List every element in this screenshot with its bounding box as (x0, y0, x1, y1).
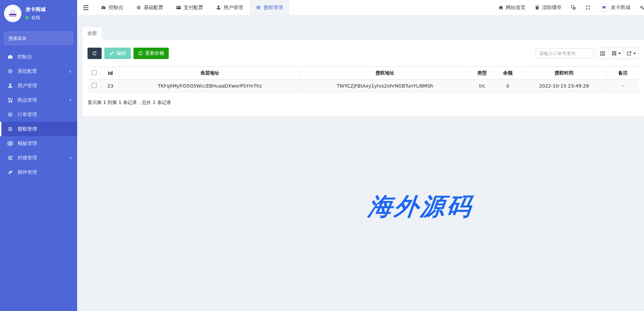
sidebar-item-label: 插件管理 (17, 169, 37, 175)
account-menu[interactable]: 发卡商城 (595, 0, 635, 15)
topnav-tab-label: 控制台 (109, 4, 123, 11)
col-header-auth-time: 授权时间 (521, 67, 607, 80)
site-home-label: 网站首页 (506, 4, 525, 11)
sidebar-item-system-config[interactable]: 系统配置 (0, 64, 77, 79)
user-icon (216, 5, 221, 10)
topnav-tab-authorization[interactable]: 授权管理 (250, 0, 289, 15)
user-info: 发卡商城 在线 (25, 6, 46, 21)
topnav-tab-base-config[interactable]: 基础配置 (130, 0, 170, 15)
sidebar-item-dashboard[interactable]: 控制台 (0, 50, 77, 64)
topnav-tab-payment-config[interactable]: 支付配置 (170, 0, 210, 15)
tab-all[interactable]: 全部 (83, 27, 102, 40)
col-header-balance: 余额 (494, 67, 521, 80)
avatar-ring (5, 6, 20, 21)
table-toolbar: 编辑 更新余额 (88, 48, 639, 59)
sliders-icon (7, 155, 13, 161)
export-button[interactable] (624, 48, 639, 59)
gauge-icon (101, 5, 106, 10)
sidebar-item-label: 对接管理 (17, 155, 37, 161)
refresh-icon (138, 51, 143, 56)
detail-view-button[interactable] (596, 48, 609, 59)
row-checkbox[interactable] (92, 83, 97, 88)
cell-auth-address: TWYCZjFBtAxy1ytvs2xhrNGBTunYLi6MSh (300, 80, 470, 92)
clear-cache-button[interactable]: 清除缓存 (530, 0, 566, 15)
cogs-icon (640, 5, 644, 10)
table-row[interactable]: 23 TKFqXMyfrD5G5WccEBHuaqDXworPSYm7hz TW… (88, 80, 639, 92)
cell-remark: - (607, 80, 639, 92)
pencil-icon (109, 51, 114, 56)
user-panel: 发卡商城 在线 (0, 0, 77, 25)
topnav-tab-users[interactable]: 用户管理 (210, 0, 250, 15)
refresh-button[interactable] (88, 48, 102, 59)
credit-card-icon (176, 5, 181, 10)
online-status-label: 在线 (31, 15, 40, 21)
caret-down-icon (633, 53, 636, 54)
list-icon (256, 5, 261, 10)
panel-tab-strip: 全部 (83, 27, 644, 40)
detail-view-icon (600, 51, 605, 56)
sidebar-item-label: 控制台 (17, 54, 32, 60)
sidebar-item-products[interactable]: 商品管理 (0, 93, 77, 107)
sidebar-item-label: 模板管理 (17, 140, 37, 147)
gear-icon (136, 5, 141, 10)
order-search-input[interactable] (536, 48, 593, 59)
toolbar-right (536, 48, 639, 59)
sidebar-item-templates[interactable]: 模板管理 (0, 136, 77, 151)
cell-auth-time: 2022-10-15 23:49:28 (521, 80, 607, 92)
online-dot-icon (25, 16, 29, 19)
sidebar-item-plugins[interactable]: 插件管理 (0, 165, 77, 179)
row-select-cell (88, 80, 101, 92)
topnav-tab-dashboard[interactable]: 控制台 (95, 0, 130, 15)
update-balance-label: 更新余额 (145, 50, 164, 56)
sidebar-item-label: 订单管理 (17, 111, 37, 118)
online-status: 在线 (25, 15, 46, 21)
list-icon (7, 126, 13, 132)
select-all-checkbox[interactable] (92, 70, 97, 75)
chevron-left-icon (68, 98, 72, 102)
col-header-fry-address: 鱼苗地址 (120, 67, 300, 80)
site-home-link[interactable]: 网站首页 (494, 0, 530, 15)
sidebar-item-authorization[interactable]: 授权管理 (0, 122, 77, 136)
plug-icon (7, 169, 13, 175)
topbar-right: 网站首页 清除缓存 发卡 (494, 0, 644, 15)
sidebar-item-label: 系统配置 (17, 68, 37, 74)
settings-menu[interactable] (635, 0, 644, 15)
col-header-type: 类型 (470, 67, 494, 80)
search-icon[interactable] (70, 36, 73, 41)
content-area: 全部 编辑 更新余额 (77, 15, 644, 311)
hamburger-menu-icon[interactable] (77, 0, 95, 15)
fullscreen-toggle[interactable] (581, 0, 595, 15)
topnav-tab-label: 基础配置 (144, 4, 163, 11)
gear-icon (7, 68, 13, 74)
sidebar: 发卡商城 在线 控制台 (0, 0, 77, 311)
edit-button[interactable]: 编辑 (104, 48, 131, 59)
columns-button[interactable] (609, 48, 624, 59)
sidebar-item-users[interactable]: 用户管理 (0, 79, 77, 93)
main-area: 控制台 基础配置 支付配置 用户管理 授权管理 (77, 0, 644, 311)
sidebar-item-integration[interactable]: 对接管理 (0, 151, 77, 165)
avatar (600, 3, 608, 12)
table-panel: 编辑 更新余额 (83, 40, 644, 116)
language-switch[interactable] (566, 0, 581, 15)
menu-search-input[interactable] (4, 36, 70, 41)
newspaper-icon (7, 141, 13, 146)
update-balance-button[interactable]: 更新余额 (133, 48, 169, 59)
table-view-buttons (596, 48, 639, 59)
topbar: 控制台 基础配置 支付配置 用户管理 授权管理 (77, 0, 644, 15)
gauge-icon (7, 54, 13, 60)
cell-type: trc (470, 80, 494, 92)
select-all-header (88, 67, 101, 80)
col-header-remark: 备注 (607, 67, 639, 80)
sidebar-item-label: 用户管理 (17, 83, 37, 89)
col-header-id: Id (101, 67, 120, 80)
columns-icon (612, 51, 616, 56)
sidebar-item-label: 商品管理 (17, 97, 37, 103)
cell-balance: 0 (494, 80, 521, 92)
table-header-row: Id 鱼苗地址 授权地址 类型 余额 授权时间 备注 (88, 67, 639, 80)
account-label: 发卡商城 (611, 4, 630, 11)
cart-icon (7, 97, 13, 103)
col-header-auth-address: 授权地址 (300, 67, 470, 80)
menu-search (4, 32, 73, 45)
sidebar-item-orders[interactable]: 订单管理 (0, 107, 77, 122)
topnav-tab-label: 用户管理 (224, 4, 243, 11)
